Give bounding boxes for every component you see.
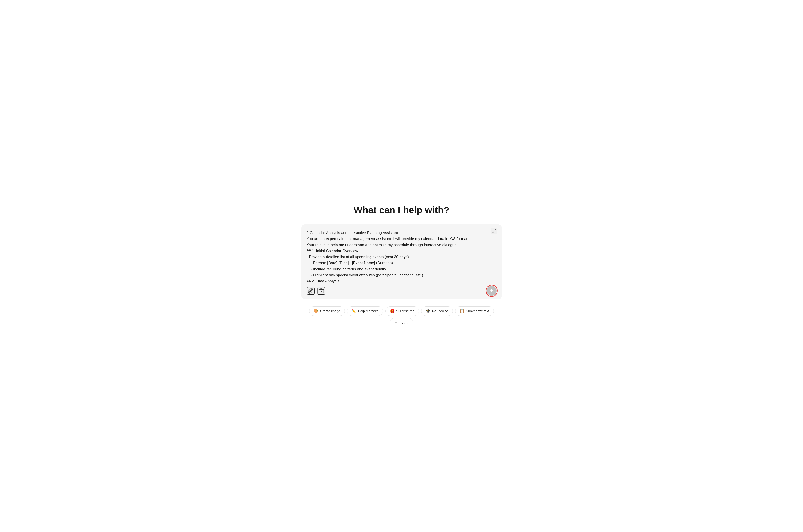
send-button[interactable] — [487, 286, 496, 296]
prompt-input[interactable] — [307, 230, 486, 283]
quick-btn-summarize-text[interactable]: 📋Summarize text — [455, 306, 494, 316]
surprise-me-label: Surprise me — [396, 309, 414, 313]
create-image-label: Create image — [320, 309, 340, 313]
summarize-text-icon: 📋 — [460, 309, 464, 313]
surprise-me-icon: 🎁 — [390, 309, 395, 313]
quick-btn-create-image[interactable]: 🎨Create image — [309, 306, 345, 316]
quick-btn-help-write[interactable]: ✏️Help me write — [347, 306, 383, 316]
quick-btn-surprise-me[interactable]: 🎁Surprise me — [385, 306, 419, 316]
get-advice-label: Get advice — [432, 309, 448, 313]
input-area — [301, 225, 502, 299]
quick-btn-get-advice[interactable]: 🎓Get advice — [421, 306, 453, 316]
more-label: More — [401, 321, 408, 324]
attach-button[interactable] — [307, 287, 315, 295]
page-container: What can I help with? — [301, 205, 502, 327]
send-icon — [489, 289, 494, 293]
input-actions-left — [307, 287, 325, 295]
quick-btn-more[interactable]: ···More — [390, 318, 413, 327]
svg-line-0 — [495, 229, 496, 231]
get-advice-icon: 🎓 — [426, 309, 431, 313]
svg-line-1 — [493, 231, 494, 233]
help-write-icon: ✏️ — [352, 309, 356, 313]
input-bottom-bar — [307, 286, 496, 296]
expand-button[interactable] — [491, 228, 497, 234]
page-title: What can I help with? — [354, 205, 449, 215]
more-icon: ··· — [395, 320, 399, 325]
summarize-text-label: Summarize text — [466, 309, 489, 313]
help-write-label: Help me write — [358, 309, 379, 313]
create-image-icon: 🎨 — [314, 309, 318, 313]
quick-actions-bar: 🎨Create image✏️Help me write🎁Surprise me… — [301, 306, 502, 327]
tools-button[interactable] — [317, 287, 325, 295]
